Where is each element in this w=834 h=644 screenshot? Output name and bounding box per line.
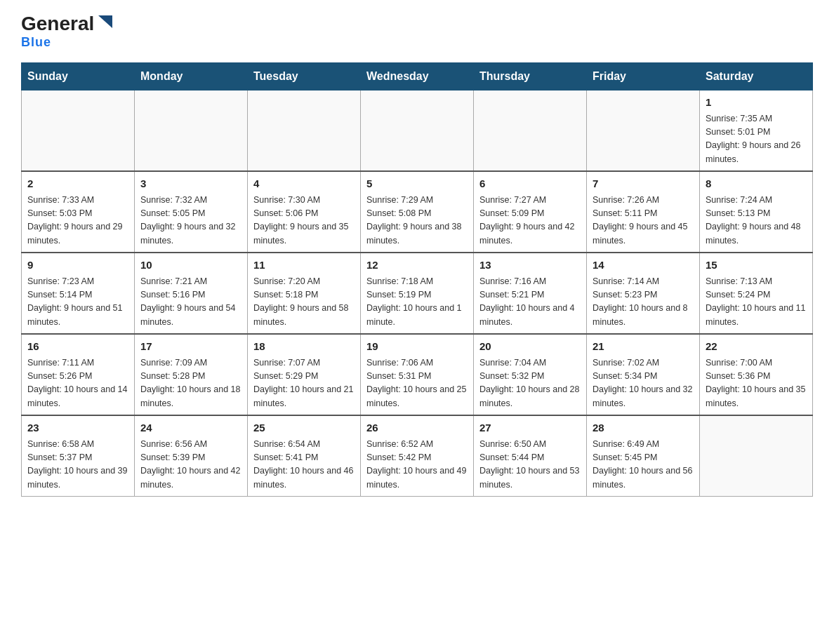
page-header: General Blue <box>21 14 813 50</box>
day-number: 17 <box>140 339 241 355</box>
day-number: 14 <box>593 257 694 274</box>
day-info: Sunrise: 7:13 AM Sunset: 5:24 PM Dayligh… <box>706 275 807 330</box>
calendar-day-cell: 14Sunrise: 7:14 AM Sunset: 5:23 PM Dayli… <box>587 253 700 334</box>
svg-marker-0 <box>98 15 112 28</box>
weekday-header: Sunday <box>22 63 135 90</box>
calendar-day-cell: 4Sunrise: 7:30 AM Sunset: 5:06 PM Daylig… <box>248 171 361 253</box>
day-number: 5 <box>366 176 468 192</box>
day-number: 20 <box>479 339 581 355</box>
calendar-day-cell: 7Sunrise: 7:26 AM Sunset: 5:11 PM Daylig… <box>587 171 700 253</box>
weekday-header: Tuesday <box>248 63 361 90</box>
day-info: Sunrise: 7:07 AM Sunset: 5:29 PM Dayligh… <box>253 356 355 411</box>
calendar-day-cell: 6Sunrise: 7:27 AM Sunset: 5:09 PM Daylig… <box>474 171 587 253</box>
day-info: Sunrise: 6:49 AM Sunset: 5:45 PM Dayligh… <box>593 438 694 492</box>
calendar-day-cell: 19Sunrise: 7:06 AM Sunset: 5:31 PM Dayli… <box>361 334 474 415</box>
day-number: 1 <box>706 95 807 111</box>
day-number: 8 <box>706 176 807 192</box>
calendar-day-cell: 24Sunrise: 6:56 AM Sunset: 5:39 PM Dayli… <box>135 415 248 497</box>
day-info: Sunrise: 6:50 AM Sunset: 5:44 PM Dayligh… <box>479 438 581 492</box>
day-info: Sunrise: 7:02 AM Sunset: 5:34 PM Dayligh… <box>593 356 694 411</box>
day-info: Sunrise: 6:54 AM Sunset: 5:41 PM Dayligh… <box>253 438 355 492</box>
calendar-day-cell: 27Sunrise: 6:50 AM Sunset: 5:44 PM Dayli… <box>474 415 587 497</box>
day-number: 13 <box>479 257 581 274</box>
logo: General Blue <box>21 14 115 50</box>
day-number: 2 <box>27 176 128 192</box>
day-info: Sunrise: 7:35 AM Sunset: 5:01 PM Dayligh… <box>706 112 807 167</box>
day-number: 6 <box>479 176 581 192</box>
day-number: 7 <box>593 176 694 192</box>
day-info: Sunrise: 6:56 AM Sunset: 5:39 PM Dayligh… <box>140 438 241 492</box>
calendar-day-cell: 18Sunrise: 7:07 AM Sunset: 5:29 PM Dayli… <box>248 334 361 415</box>
day-number: 9 <box>27 257 128 274</box>
day-info: Sunrise: 7:18 AM Sunset: 5:19 PM Dayligh… <box>366 275 468 330</box>
calendar-day-cell <box>361 90 474 172</box>
calendar-day-cell: 12Sunrise: 7:18 AM Sunset: 5:19 PM Dayli… <box>361 253 474 334</box>
day-info: Sunrise: 7:30 AM Sunset: 5:06 PM Dayligh… <box>253 194 355 248</box>
logo-triangle-icon <box>95 13 115 32</box>
calendar-day-cell: 5Sunrise: 7:29 AM Sunset: 5:08 PM Daylig… <box>361 171 474 253</box>
day-number: 10 <box>140 257 241 274</box>
day-number: 19 <box>366 339 468 355</box>
calendar-day-cell: 11Sunrise: 7:20 AM Sunset: 5:18 PM Dayli… <box>248 253 361 334</box>
day-info: Sunrise: 7:26 AM Sunset: 5:11 PM Dayligh… <box>593 194 694 248</box>
calendar-table: SundayMondayTuesdayWednesdayThursdayFrid… <box>21 62 813 497</box>
calendar-day-cell: 25Sunrise: 6:54 AM Sunset: 5:41 PM Dayli… <box>248 415 361 497</box>
weekday-header: Monday <box>135 63 248 90</box>
day-number: 12 <box>366 257 468 274</box>
day-number: 27 <box>479 420 581 436</box>
calendar-day-cell: 1Sunrise: 7:35 AM Sunset: 5:01 PM Daylig… <box>700 90 813 172</box>
calendar-day-cell: 3Sunrise: 7:32 AM Sunset: 5:05 PM Daylig… <box>135 171 248 253</box>
day-number: 24 <box>140 420 241 436</box>
day-info: Sunrise: 7:32 AM Sunset: 5:05 PM Dayligh… <box>140 194 241 248</box>
calendar-week-row: 23Sunrise: 6:58 AM Sunset: 5:37 PM Dayli… <box>22 415 813 497</box>
day-number: 21 <box>593 339 694 355</box>
calendar-day-cell <box>135 90 248 172</box>
calendar-day-cell <box>700 415 813 497</box>
day-info: Sunrise: 7:06 AM Sunset: 5:31 PM Dayligh… <box>366 356 468 411</box>
calendar-week-row: 9Sunrise: 7:23 AM Sunset: 5:14 PM Daylig… <box>22 253 813 334</box>
day-info: Sunrise: 7:21 AM Sunset: 5:16 PM Dayligh… <box>140 275 241 330</box>
calendar-header-row: SundayMondayTuesdayWednesdayThursdayFrid… <box>22 63 813 90</box>
calendar-day-cell: 23Sunrise: 6:58 AM Sunset: 5:37 PM Dayli… <box>22 415 135 497</box>
day-info: Sunrise: 7:23 AM Sunset: 5:14 PM Dayligh… <box>27 275 128 330</box>
calendar-week-row: 1Sunrise: 7:35 AM Sunset: 5:01 PM Daylig… <box>22 90 813 172</box>
calendar-day-cell <box>22 90 135 172</box>
calendar-day-cell: 21Sunrise: 7:02 AM Sunset: 5:34 PM Dayli… <box>587 334 700 415</box>
weekday-header: Friday <box>587 63 700 90</box>
calendar-day-cell: 10Sunrise: 7:21 AM Sunset: 5:16 PM Dayli… <box>135 253 248 334</box>
calendar-day-cell <box>248 90 361 172</box>
day-info: Sunrise: 6:58 AM Sunset: 5:37 PM Dayligh… <box>27 438 128 492</box>
day-info: Sunrise: 7:27 AM Sunset: 5:09 PM Dayligh… <box>479 194 581 248</box>
calendar-day-cell: 28Sunrise: 6:49 AM Sunset: 5:45 PM Dayli… <box>587 415 700 497</box>
day-number: 4 <box>253 176 355 192</box>
calendar-day-cell <box>474 90 587 172</box>
day-number: 23 <box>27 420 128 436</box>
calendar-day-cell: 13Sunrise: 7:16 AM Sunset: 5:21 PM Dayli… <box>474 253 587 334</box>
day-number: 11 <box>253 257 355 274</box>
weekday-header: Wednesday <box>361 63 474 90</box>
calendar-day-cell: 26Sunrise: 6:52 AM Sunset: 5:42 PM Dayli… <box>361 415 474 497</box>
day-info: Sunrise: 6:52 AM Sunset: 5:42 PM Dayligh… <box>366 438 468 492</box>
day-info: Sunrise: 7:33 AM Sunset: 5:03 PM Dayligh… <box>27 194 128 248</box>
calendar-week-row: 2Sunrise: 7:33 AM Sunset: 5:03 PM Daylig… <box>22 171 813 253</box>
day-number: 22 <box>706 339 807 355</box>
day-info: Sunrise: 7:14 AM Sunset: 5:23 PM Dayligh… <box>593 275 694 330</box>
calendar-week-row: 16Sunrise: 7:11 AM Sunset: 5:26 PM Dayli… <box>22 334 813 415</box>
calendar-day-cell: 9Sunrise: 7:23 AM Sunset: 5:14 PM Daylig… <box>22 253 135 334</box>
day-number: 25 <box>253 420 355 436</box>
day-info: Sunrise: 7:29 AM Sunset: 5:08 PM Dayligh… <box>366 194 468 248</box>
day-info: Sunrise: 7:09 AM Sunset: 5:28 PM Dayligh… <box>140 356 241 411</box>
logo-blue-text: Blue <box>21 35 51 50</box>
calendar-day-cell: 15Sunrise: 7:13 AM Sunset: 5:24 PM Dayli… <box>700 253 813 334</box>
day-info: Sunrise: 7:16 AM Sunset: 5:21 PM Dayligh… <box>479 275 581 330</box>
day-number: 26 <box>366 420 468 436</box>
calendar-day-cell: 8Sunrise: 7:24 AM Sunset: 5:13 PM Daylig… <box>700 171 813 253</box>
day-info: Sunrise: 7:20 AM Sunset: 5:18 PM Dayligh… <box>253 275 355 330</box>
day-number: 3 <box>140 176 241 192</box>
day-info: Sunrise: 7:00 AM Sunset: 5:36 PM Dayligh… <box>706 356 807 411</box>
day-number: 16 <box>27 339 128 355</box>
calendar-day-cell: 16Sunrise: 7:11 AM Sunset: 5:26 PM Dayli… <box>22 334 135 415</box>
day-info: Sunrise: 7:11 AM Sunset: 5:26 PM Dayligh… <box>27 356 128 411</box>
day-info: Sunrise: 7:04 AM Sunset: 5:32 PM Dayligh… <box>479 356 581 411</box>
calendar-day-cell: 22Sunrise: 7:00 AM Sunset: 5:36 PM Dayli… <box>700 334 813 415</box>
